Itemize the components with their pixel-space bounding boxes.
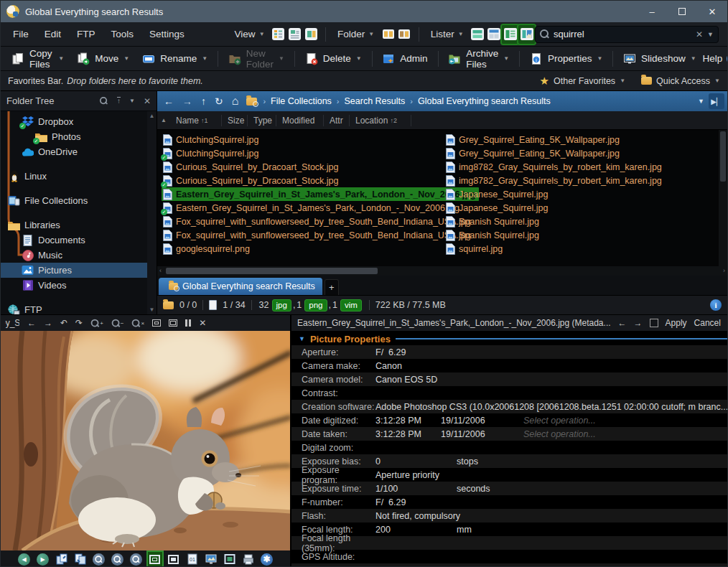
file-item[interactable]: ✓ClutchingSquirrel.jpg bbox=[162, 146, 261, 160]
file-item[interactable]: Spanish Squirrel.jpg bbox=[444, 228, 542, 242]
menu-tools[interactable]: Tools bbox=[103, 22, 142, 46]
metadata-row[interactable]: Date taken:3:12:28 PM19/11/2006Select op… bbox=[291, 427, 728, 441]
file-item[interactable]: Grey_Squirrel_Eating_5K_Wallpaper.jpg bbox=[444, 133, 622, 146]
sidebar-item-music[interactable]: Music bbox=[1, 248, 157, 263]
frame-button[interactable] bbox=[223, 552, 237, 566]
zoom-out-button[interactable] bbox=[111, 552, 125, 566]
picture-properties-section[interactable]: ▼ Picture Properties bbox=[291, 331, 728, 345]
slideshow-button[interactable] bbox=[204, 552, 218, 566]
page-number-button[interactable]: 01 bbox=[185, 552, 200, 566]
print-button[interactable] bbox=[241, 552, 256, 566]
select-operation-placeholder[interactable]: Select operation... bbox=[523, 429, 596, 439]
viewer-prev-icon[interactable]: ← bbox=[27, 318, 36, 328]
tree-close-icon[interactable]: ✕ bbox=[144, 96, 151, 106]
lister-horizontal-button[interactable] bbox=[470, 25, 486, 44]
pause-icon[interactable] bbox=[185, 319, 191, 327]
file-item[interactable]: Fox_squirrel_with_sunflowerseed_by_tree_… bbox=[162, 228, 474, 242]
file-item[interactable]: img8782_Gray_Squirrels_by_robert_kim_kar… bbox=[444, 160, 665, 174]
admin-button[interactable]: Admin bbox=[375, 49, 434, 69]
sidebar-item-documents[interactable]: Documents bbox=[1, 233, 157, 248]
viewer-next-icon[interactable]: → bbox=[44, 318, 52, 328]
apply-button[interactable]: Apply bbox=[666, 318, 687, 328]
column-header-modified[interactable]: Modified bbox=[276, 115, 324, 126]
move-button[interactable]: Move▼ bbox=[70, 49, 136, 69]
metadata-row[interactable]: Date digitized:3:12:28 PM19/11/2006Selec… bbox=[291, 413, 728, 427]
zoom-out-icon[interactable]: − bbox=[111, 319, 124, 328]
column-header-attr[interactable]: Attr bbox=[324, 115, 350, 126]
breadcrumb-segment[interactable]: Search Results bbox=[345, 96, 406, 106]
file-item[interactable]: Fox_squirrel_with_sunflowerseed_by_tree_… bbox=[162, 215, 474, 228]
rename-button[interactable]: Rename▼ bbox=[136, 49, 214, 69]
tree-menu-icon[interactable]: ▼ bbox=[129, 98, 135, 104]
metadata-row[interactable]: Contrast: bbox=[291, 386, 728, 400]
zoom-reset-button[interactable] bbox=[129, 552, 144, 566]
prev-image-button[interactable]: ◀ bbox=[17, 552, 32, 566]
file-item[interactable]: Curious_Squirrel_by_Dracoart_Stock.jpg bbox=[162, 160, 342, 174]
sidebar-item-libraries[interactable]: Libraries bbox=[1, 217, 157, 233]
up-icon[interactable]: ↑ bbox=[197, 95, 210, 107]
fit-page-icon[interactable] bbox=[152, 319, 161, 327]
folder-menu[interactable]: Folder▼ bbox=[332, 29, 380, 39]
fit-page-button[interactable] bbox=[148, 552, 162, 566]
rotate-right-icon[interactable]: ↷ bbox=[75, 318, 83, 328]
minimize-button[interactable]: – bbox=[637, 1, 667, 22]
breadcrumb-segment[interactable]: File Collections bbox=[271, 96, 332, 106]
metadata-row[interactable]: Creation software:Adobe Photoshop CS3 (1… bbox=[291, 400, 728, 413]
view-menu[interactable]: View▼ bbox=[229, 29, 271, 39]
file-item[interactable]: Japanese_Squirrel.jpg bbox=[444, 187, 551, 201]
viewer-close-icon[interactable]: ✕ bbox=[199, 318, 206, 328]
path-dropdown-icon[interactable]: ▼ bbox=[698, 98, 704, 105]
tree-search-icon[interactable] bbox=[100, 97, 108, 105]
scroll-up-icon[interactable]: ▲ bbox=[149, 113, 155, 119]
metadata-row[interactable]: Digital zoom: bbox=[291, 441, 728, 454]
scroll-left-icon[interactable]: ‹ bbox=[159, 266, 162, 276]
slideshow-button[interactable]: Slideshow▼ bbox=[617, 49, 702, 69]
copy-files-button[interactable]: Copy Files▼ bbox=[5, 49, 70, 69]
folder-tabs-button[interactable] bbox=[396, 25, 413, 44]
search-input[interactable] bbox=[554, 29, 691, 39]
refresh-icon[interactable]: ↻ bbox=[211, 95, 227, 107]
scroll-down-icon[interactable]: ▼ bbox=[149, 306, 155, 313]
sidebar-item-pictures[interactable]: Pictures bbox=[1, 263, 157, 278]
copy-to-button[interactable] bbox=[55, 552, 69, 566]
scroll-thumb[interactable] bbox=[166, 268, 378, 274]
forward-icon[interactable]: → bbox=[179, 95, 196, 107]
select-operation-placeholder[interactable]: Select operation... bbox=[523, 416, 596, 426]
scroll-right-icon[interactable]: › bbox=[723, 266, 725, 276]
menu-ftp[interactable]: FTP bbox=[69, 22, 103, 46]
column-header-type[interactable]: Type bbox=[248, 115, 276, 126]
horizontal-scrollbar[interactable]: ‹ › bbox=[157, 266, 727, 276]
lister-vertical-button[interactable] bbox=[485, 25, 502, 44]
view-thumbnails-button[interactable] bbox=[303, 25, 319, 44]
file-item[interactable]: ✓Curious_Squirrel_by_Dracoart_Stock.jpg bbox=[162, 174, 342, 187]
file-item[interactable]: ✓Eastern_Grey_Squirrel_in_St_James's_Par… bbox=[162, 201, 462, 215]
zoom-in-icon[interactable]: + bbox=[90, 319, 103, 328]
file-list-scrollbar[interactable] bbox=[719, 130, 727, 266]
rotate-left-icon[interactable]: ↶ bbox=[60, 318, 67, 328]
metadata-row[interactable]: Flash:Not fired, compulsory bbox=[291, 509, 728, 523]
info-icon[interactable]: i bbox=[710, 299, 722, 311]
maximize-button[interactable] bbox=[667, 1, 697, 22]
archive-files-button[interactable]: Archive Files▼ bbox=[442, 49, 515, 69]
other-favorites-button[interactable]: Other Favorites bbox=[554, 76, 615, 86]
breadcrumb-segment[interactable]: Global Everything search Results bbox=[418, 96, 551, 106]
apply-checkbox[interactable] bbox=[650, 319, 658, 327]
menu-edit[interactable]: Edit bbox=[37, 22, 69, 46]
view-list-button[interactable] bbox=[286, 25, 303, 44]
file-item[interactable]: Grey_Squirrel_Eating_5K_Wallpaper.jpg bbox=[444, 146, 622, 160]
tree-scrollbar[interactable]: ▲▼ bbox=[147, 111, 157, 314]
file-item[interactable]: squirrel.jpg bbox=[444, 242, 505, 256]
metadata-row[interactable]: Exposure time:1/100seconds bbox=[291, 482, 728, 495]
sidebar-item-linux[interactable]: Linux bbox=[1, 169, 157, 184]
search-dropdown-icon[interactable]: ▼ bbox=[707, 31, 714, 38]
metadata-row[interactable]: GPS Altitude: bbox=[291, 550, 728, 563]
lister-tree-button[interactable] bbox=[502, 25, 518, 44]
metadata-prev-icon[interactable]: ← bbox=[618, 318, 627, 328]
metadata-row[interactable]: Exposure program:Aperture priority bbox=[291, 468, 728, 482]
zoom-reset-icon[interactable]: × bbox=[131, 319, 144, 328]
image-preview[interactable] bbox=[1, 331, 290, 550]
view-details-button[interactable] bbox=[271, 25, 287, 44]
column-header-size[interactable]: Size bbox=[222, 115, 248, 126]
full-size-icon[interactable] bbox=[169, 319, 177, 327]
metadata-row[interactable]: Camera model:Canon EOS 5D bbox=[291, 372, 728, 386]
